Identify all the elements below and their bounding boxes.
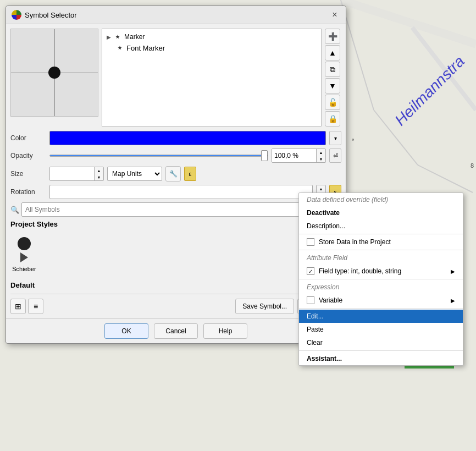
marker-label: Marker: [124, 33, 145, 41]
ctx-assistant[interactable]: Assistant...: [299, 352, 463, 365]
duplicate-layer-button[interactable]: ⧉: [325, 62, 340, 77]
ctx-sep-3: [299, 279, 463, 279]
save-symbol-button[interactable]: Save Symbol...: [235, 299, 294, 314]
color-dropdown-button[interactable]: ▾: [329, 131, 341, 145]
svg-line-2: [418, 165, 473, 193]
symbol-item-schieber[interactable]: Schieber: [10, 236, 38, 272]
ctx-expression-header: Expression: [299, 280, 463, 294]
symbol-preview-row: ▶ Marker Font Marker ➕ ▲ ⧉ ▼: [10, 29, 341, 127]
dialog-footer: OK Cancel Help: [6, 318, 346, 343]
ctx-attribute-field: Attribute Field: [299, 251, 463, 265]
schieber-circle: [18, 237, 31, 250]
ctx-clear-label: Clear: [307, 339, 323, 346]
move-up-button[interactable]: ▲: [325, 45, 340, 61]
bottom-toolbar: ⊞ ≡ Save Symbol... Advance: [10, 294, 341, 314]
ctx-field-type-label: Field type: int, double, string: [319, 267, 401, 275]
preview-marker: [48, 67, 60, 79]
lock-closed-button[interactable]: 🔒: [325, 111, 340, 127]
ctx-field-type[interactable]: Field type: int, double, string ▶: [299, 265, 463, 278]
move-down-button[interactable]: ▼: [325, 78, 340, 94]
ctx-sep-2: [299, 250, 463, 250]
opacity-slider[interactable]: [49, 155, 268, 157]
ctx-variable-check: [307, 296, 314, 304]
opacity-spin-up[interactable]: ▲: [317, 149, 325, 156]
close-button[interactable]: ×: [329, 9, 340, 20]
dialog-titlebar: Symbol Selector ×: [6, 6, 346, 24]
dialog-title-left: Symbol Selector: [12, 10, 77, 20]
ctx-variable[interactable]: Variable ▶: [299, 294, 463, 307]
color-row: Color ▾: [10, 131, 341, 145]
rotation-row: Rotation 0,00 ° ▲ ▼ ε: [10, 185, 341, 199]
size-row: Size 5,50000 ▲ ▼ Map Units Millimeters P…: [10, 166, 341, 182]
default-section-title: Default: [10, 281, 341, 289]
size-spinbox: 5,50000 ▲ ▼: [49, 167, 104, 181]
ctx-field-type-arrow: ▶: [451, 268, 455, 274]
svg-line-3: [341, 0, 476, 44]
svg-text:ₐ: ₐ: [352, 135, 354, 141]
schieber-play-icon: [20, 252, 28, 262]
rotation-value-input[interactable]: 0,00 °: [49, 185, 313, 199]
ctx-attribute-label: Attribute Field: [307, 254, 347, 262]
layer-tree: ▶ Marker Font Marker: [102, 29, 322, 127]
ctx-edit[interactable]: Edit...: [299, 310, 463, 323]
marker-dot-icon: [115, 35, 120, 39]
svg-text:Heilmannstra: Heilmannstra: [391, 53, 468, 129]
search-input[interactable]: [21, 202, 311, 217]
size-label: Size: [10, 170, 46, 178]
color-label: Color: [10, 134, 46, 142]
ctx-clear[interactable]: Clear: [299, 336, 463, 349]
font-marker-layer-icon: [115, 43, 124, 52]
layer-marker[interactable]: ▶ Marker: [104, 31, 319, 42]
opacity-spin-down[interactable]: ▼: [317, 156, 325, 162]
ctx-sep-1: [299, 234, 463, 234]
size-spin-down[interactable]: ▼: [95, 174, 103, 180]
dialog-title: Symbol Selector: [25, 11, 77, 19]
ctx-paste[interactable]: Paste: [299, 323, 463, 336]
size-wrench-button[interactable]: 🔧: [165, 166, 181, 182]
rotation-label: Rotation: [10, 188, 46, 196]
list-view-button[interactable]: ≡: [28, 299, 43, 314]
preview-canvas: [10, 29, 98, 117]
context-menu: Data defined override (field) Deactivate…: [298, 193, 463, 366]
ctx-assistant-label: Assistant...: [307, 355, 342, 362]
cancel-button[interactable]: Cancel: [154, 323, 198, 339]
color-swatch[interactable]: [49, 131, 326, 145]
opacity-slider-wrapper: [49, 155, 268, 157]
opacity-label: Opacity: [10, 152, 46, 160]
ctx-description-label: Description...: [307, 222, 345, 230]
ctx-sep-4: [299, 308, 463, 309]
ctx-deactivate-label: Deactivate: [307, 209, 340, 217]
ctx-description[interactable]: Description...: [299, 219, 463, 233]
ctx-store-check: [307, 238, 314, 246]
ok-button[interactable]: OK: [104, 323, 148, 339]
size-value-input[interactable]: 5,50000: [50, 167, 94, 180]
opacity-row: Opacity 100,0 % ▲ ▼ ⏎: [10, 148, 341, 163]
opacity-spinbox: 100,0 % ▲ ▼: [272, 148, 326, 163]
font-marker-dot-icon: [118, 46, 122, 50]
ctx-deactivate[interactable]: Deactivate: [299, 206, 463, 219]
ctx-data-defined-label: Data defined override (field): [307, 196, 388, 204]
opacity-value-input[interactable]: 100,0 %: [272, 149, 316, 162]
grid-view-button[interactable]: ⊞: [10, 299, 26, 314]
lock-open-button[interactable]: 🔓: [325, 95, 340, 110]
search-icon: 🔍: [10, 206, 19, 214]
ctx-edit-label: Edit...: [307, 312, 324, 320]
ctx-store-data[interactable]: Store Data in the Project: [299, 235, 463, 249]
ctx-expression-label: Expression: [307, 283, 339, 291]
add-layer-button[interactable]: ➕: [325, 29, 340, 44]
ctx-data-defined-override: Data defined override (field): [299, 193, 463, 206]
project-styles-title: Project Styles: [10, 220, 341, 228]
help-button[interactable]: Help: [203, 323, 247, 339]
marker-layer-icon: [113, 32, 122, 41]
symbol-preview-schieber: [10, 236, 38, 263]
opacity-override-button[interactable]: ⏎: [329, 148, 341, 163]
ctx-field-type-check: [307, 267, 314, 275]
size-override-button[interactable]: ε: [184, 167, 196, 181]
rotation-spin-up[interactable]: ▲: [317, 185, 325, 192]
project-styles-section: Project Styles Schieber: [10, 220, 341, 277]
ctx-variable-label: Variable: [319, 296, 342, 304]
size-unit-select[interactable]: Map Units Millimeters Pixels Points: [107, 167, 162, 181]
layer-font-marker[interactable]: Font Marker: [104, 42, 319, 53]
qgis-icon: [12, 10, 21, 20]
size-spin-up[interactable]: ▲: [95, 167, 103, 174]
